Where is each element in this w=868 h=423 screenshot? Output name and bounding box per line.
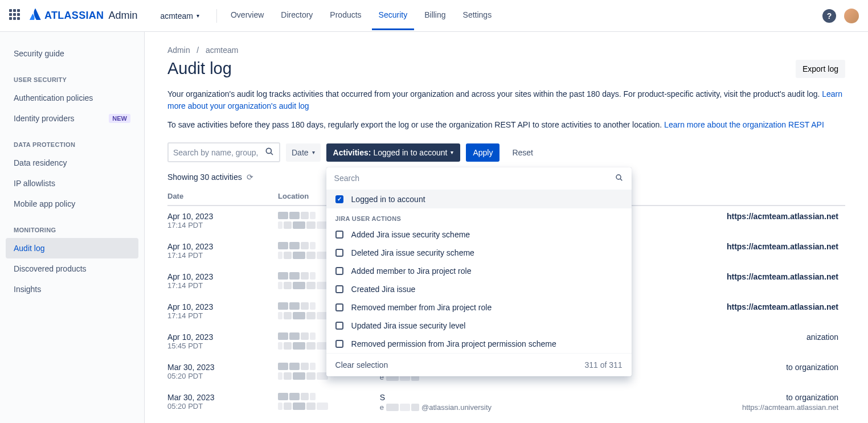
apply-button[interactable]: Apply bbox=[466, 143, 499, 162]
dropdown-search bbox=[326, 167, 632, 190]
dropdown-item[interactable]: ✓Logged in to account bbox=[326, 190, 632, 208]
dropdown-item[interactable]: Added member to Jira project role bbox=[326, 262, 632, 280]
atlassian-logo-icon bbox=[30, 9, 41, 23]
search-icon bbox=[615, 173, 624, 184]
avatar[interactable] bbox=[844, 9, 859, 23]
checkbox[interactable] bbox=[335, 249, 343, 257]
sidebar-item[interactable]: Mobile app policy bbox=[6, 194, 138, 214]
org-name: acmteam bbox=[160, 11, 193, 20]
clear-selection-button[interactable]: Clear selection bbox=[335, 360, 388, 369]
dropdown-search-input[interactable] bbox=[334, 174, 615, 183]
search-icon bbox=[264, 146, 275, 158]
sidebar: Security guideUSER SECURITYAuthenticatio… bbox=[0, 32, 145, 423]
dropdown-item-label: Removed member from Jira project role bbox=[351, 303, 492, 312]
svg-point-0 bbox=[266, 148, 271, 153]
sidebar-heading: USER SECURITY bbox=[6, 64, 138, 88]
col-date: Date bbox=[167, 187, 278, 206]
checkbox[interactable] bbox=[335, 267, 343, 275]
svg-line-3 bbox=[620, 179, 622, 180]
filter-row: Date ▾ Activities: Logged in to account … bbox=[167, 142, 845, 162]
nav-link-directory[interactable]: Directory bbox=[274, 1, 320, 30]
checkbox[interactable]: ✓ bbox=[335, 195, 343, 203]
divider bbox=[216, 9, 217, 23]
dropdown-item[interactable]: Deleted Jira issue security scheme bbox=[326, 244, 632, 262]
activities-dropdown: ✓Logged in to accountJIRA USER ACTIONSAd… bbox=[326, 167, 632, 376]
dropdown-item-label: Logged in to account bbox=[351, 195, 425, 204]
main-content: Admin / acmteam Audit log Export log You… bbox=[145, 32, 868, 423]
nav-link-settings[interactable]: Settings bbox=[456, 1, 499, 30]
checkbox[interactable] bbox=[335, 303, 343, 311]
dropdown-item-label: Created Jira issue bbox=[351, 285, 416, 294]
search-box[interactable] bbox=[167, 142, 280, 162]
org-switcher[interactable]: acmteam ▾ bbox=[153, 8, 206, 24]
nav-link-products[interactable]: Products bbox=[323, 1, 368, 30]
brand-name: ATLASSIAN bbox=[44, 10, 104, 22]
svg-point-2 bbox=[616, 175, 621, 179]
intro-text-2: To save activities before they pass 180 … bbox=[167, 119, 845, 131]
sidebar-item[interactable]: Identity providersNEW bbox=[6, 108, 138, 129]
dropdown-item[interactable]: Updated Jira issue security level bbox=[326, 317, 632, 335]
activities-filter-button[interactable]: Activities: Logged in to account ▾ bbox=[326, 143, 461, 162]
top-nav: ATLASSIAN Admin acmteam ▾ OverviewDirect… bbox=[0, 0, 868, 32]
activities-prefix: Activities: bbox=[333, 148, 371, 157]
sidebar-heading: DATA PROTECTION bbox=[6, 129, 138, 153]
checkbox[interactable] bbox=[335, 285, 343, 293]
intro-link-2[interactable]: Learn more about the organization REST A… bbox=[664, 120, 824, 129]
chevron-down-icon: ▾ bbox=[196, 13, 199, 19]
nav-link-billing[interactable]: Billing bbox=[417, 1, 452, 30]
dropdown-item-label: Deleted Jira issue security scheme bbox=[351, 248, 474, 257]
sidebar-item[interactable]: Authentication policies bbox=[6, 88, 138, 108]
refresh-icon[interactable]: ⟳ bbox=[247, 173, 253, 182]
dropdown-item[interactable]: Removed member from Jira project role bbox=[326, 298, 632, 317]
checkbox[interactable] bbox=[335, 322, 343, 330]
date-label: Date bbox=[292, 148, 309, 157]
sidebar-item[interactable]: Security guide bbox=[6, 43, 138, 64]
sidebar-heading: MONITORING bbox=[6, 214, 138, 238]
nav-link-security[interactable]: Security bbox=[372, 1, 415, 30]
dropdown-item[interactable]: Created Jira issue bbox=[326, 280, 632, 298]
sidebar-item[interactable]: IP allowlists bbox=[6, 173, 138, 194]
dropdown-item-label: Added member to Jira project role bbox=[351, 266, 472, 276]
dropdown-item-label: Updated Jira issue security level bbox=[351, 321, 466, 330]
chevron-down-icon: ▾ bbox=[451, 149, 453, 155]
date-filter-button[interactable]: Date ▾ bbox=[286, 143, 321, 162]
chevron-down-icon: ▾ bbox=[312, 149, 315, 155]
table-row[interactable]: Mar 30, 202305:20 PDTSto organizatione@a… bbox=[167, 387, 845, 417]
nav-links: OverviewDirectoryProductsSecurityBilling… bbox=[224, 1, 498, 30]
sidebar-item[interactable]: Data residency bbox=[6, 153, 138, 173]
sidebar-item[interactable]: Insights bbox=[6, 279, 138, 299]
breadcrumb-current: acmteam bbox=[206, 46, 239, 55]
help-icon[interactable]: ? bbox=[822, 9, 836, 23]
breadcrumb: Admin / acmteam bbox=[167, 46, 845, 55]
svg-line-1 bbox=[271, 153, 273, 155]
breadcrumb-root[interactable]: Admin bbox=[167, 46, 190, 55]
dropdown-item[interactable]: Added Jira issue security scheme bbox=[326, 225, 632, 244]
checkbox[interactable] bbox=[335, 231, 343, 239]
dropdown-item[interactable]: Removed permission from Jira project per… bbox=[326, 335, 632, 353]
sidebar-item[interactable]: Discovered products bbox=[6, 258, 138, 279]
dropdown-count: 311 of 311 bbox=[584, 360, 622, 369]
new-badge: NEW bbox=[109, 114, 130, 123]
page-title: Audit log bbox=[167, 59, 232, 78]
dropdown-item-label: Removed permission from Jira project per… bbox=[351, 339, 556, 348]
dropdown-item-label: Added Jira issue security scheme bbox=[351, 230, 470, 239]
search-input[interactable] bbox=[173, 148, 264, 157]
dropdown-list[interactable]: ✓Logged in to accountJIRA USER ACTIONSAd… bbox=[326, 190, 632, 353]
brand-product: Admin bbox=[108, 10, 137, 22]
dropdown-footer: Clear selection 311 of 311 bbox=[326, 353, 632, 376]
sidebar-item[interactable]: Audit log bbox=[6, 238, 138, 258]
intro-text-1: Your organization's audit log tracks act… bbox=[167, 88, 845, 112]
activities-value: Logged in to account bbox=[373, 148, 447, 157]
app-switcher-icon[interactable] bbox=[9, 9, 23, 23]
logo[interactable]: ATLASSIAN Admin bbox=[30, 9, 137, 23]
checkbox[interactable] bbox=[335, 340, 343, 348]
nav-link-overview[interactable]: Overview bbox=[224, 1, 271, 30]
reset-button[interactable]: Reset bbox=[505, 143, 540, 162]
export-log-button[interactable]: Export log bbox=[796, 60, 845, 78]
dropdown-group-heading: JIRA USER ACTIONS bbox=[326, 208, 632, 225]
